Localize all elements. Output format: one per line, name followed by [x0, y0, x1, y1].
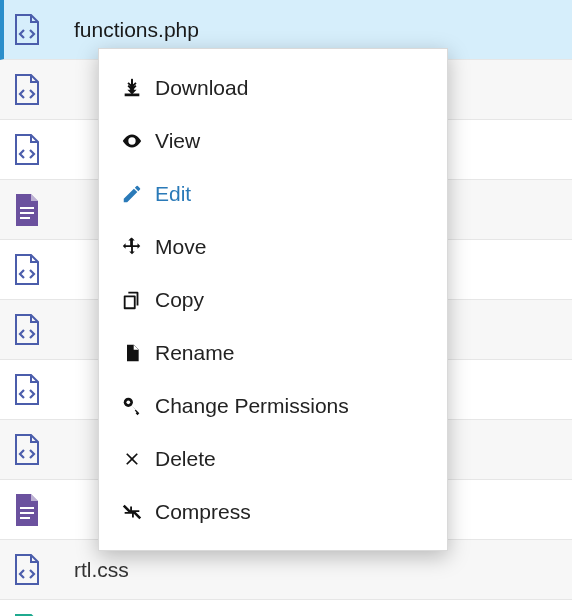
- code-file-icon: [12, 312, 42, 348]
- code-file-icon: [12, 132, 42, 168]
- svg-rect-1: [20, 212, 34, 214]
- menu-item-compress[interactable]: Compress: [99, 485, 447, 538]
- menu-item-permissions[interactable]: Change Permissions: [99, 379, 447, 432]
- code-file-icon: [12, 552, 42, 588]
- menu-item-label: Move: [155, 235, 206, 259]
- download-icon: [119, 75, 145, 101]
- menu-item-label: Compress: [155, 500, 251, 524]
- menu-item-view[interactable]: View: [99, 114, 447, 167]
- code-file-icon: [12, 12, 42, 48]
- menu-item-copy[interactable]: Copy: [99, 273, 447, 326]
- menu-item-label: Download: [155, 76, 248, 100]
- menu-item-download[interactable]: Download: [99, 61, 447, 114]
- menu-item-edit[interactable]: Edit: [99, 167, 447, 220]
- doc-file-icon: [12, 192, 42, 228]
- file-name: functions.php: [74, 18, 199, 42]
- menu-item-label: Copy: [155, 288, 204, 312]
- compress-icon: [119, 499, 145, 525]
- menu-item-move[interactable]: Move: [99, 220, 447, 273]
- svg-rect-3: [20, 507, 34, 509]
- pencil-icon: [119, 181, 145, 207]
- svg-point-8: [130, 139, 134, 143]
- doc-file-icon: [12, 492, 42, 528]
- svg-rect-2: [20, 217, 30, 219]
- copy-icon: [119, 287, 145, 313]
- menu-item-label: Change Permissions: [155, 394, 349, 418]
- menu-item-delete[interactable]: Delete: [99, 432, 447, 485]
- svg-rect-5: [20, 517, 30, 519]
- file-name: rtl.css: [74, 558, 129, 582]
- svg-point-10: [127, 400, 131, 404]
- menu-item-label: Edit: [155, 182, 191, 206]
- image-file-icon: [12, 612, 42, 617]
- code-file-icon: [12, 252, 42, 288]
- close-icon: [119, 446, 145, 472]
- eye-icon: [119, 128, 145, 154]
- svg-rect-4: [20, 512, 34, 514]
- key-icon: [119, 393, 145, 419]
- menu-item-rename[interactable]: Rename: [99, 326, 447, 379]
- context-menu: Download View Edit Move Copy Rename Ch: [98, 48, 448, 551]
- code-file-icon: [12, 72, 42, 108]
- file-row[interactable]: screenshot.jpg: [0, 600, 572, 616]
- menu-item-label: Rename: [155, 341, 234, 365]
- code-file-icon: [12, 432, 42, 468]
- menu-item-label: Delete: [155, 447, 216, 471]
- move-icon: [119, 234, 145, 260]
- menu-item-label: View: [155, 129, 200, 153]
- svg-rect-0: [20, 207, 34, 209]
- code-file-icon: [12, 372, 42, 408]
- file-icon: [119, 340, 145, 366]
